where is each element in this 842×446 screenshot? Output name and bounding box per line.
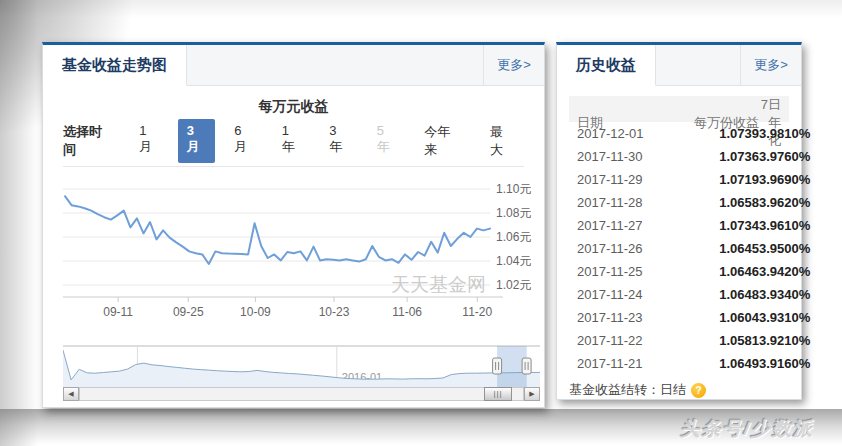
svg-text:10-23: 10-23 (319, 305, 350, 319)
left-tabbar: 基金收益走势图 更多> (43, 45, 544, 86)
table-row: 2017-11-221.05813.9210% (569, 329, 789, 352)
svg-text:1.06元: 1.06元 (496, 230, 531, 244)
table-row: 2017-11-231.06043.9310% (569, 306, 789, 329)
cell-date: 2017-11-30 (569, 149, 673, 164)
svg-text:10-09: 10-09 (240, 305, 271, 319)
table-row: 2017-11-241.06483.9340% (569, 283, 789, 306)
time-range-label: 选择时间 (63, 123, 114, 159)
cell-yield-per-10k: 1.0648 (673, 287, 759, 302)
svg-text:09-25: 09-25 (173, 305, 204, 319)
cell-yield-per-10k: 1.0581 (673, 333, 759, 348)
cell-yield-per-10k: 1.0736 (673, 149, 759, 164)
divider (63, 166, 524, 167)
right-tabbar: 历史收益 更多> (557, 45, 801, 86)
svg-text:1.10元: 1.10元 (496, 182, 531, 196)
cell-yield-per-10k: 1.0604 (673, 310, 759, 325)
cell-yield-per-10k: 1.0734 (673, 218, 759, 233)
tab-history-yield[interactable]: 历史收益 (557, 45, 656, 86)
navigator-left-handle[interactable] (493, 358, 502, 374)
right-more-link[interactable]: 更多> (740, 45, 801, 85)
history-yield-panel: 历史收益 更多> 日期 每万份收益 7日年化 2017-12-011.07393… (556, 42, 802, 400)
time-option-6月[interactable]: 6月 (225, 119, 263, 163)
svg-text:1.08元: 1.08元 (496, 206, 531, 220)
cell-7day-annualized: 3.9760% (759, 149, 818, 164)
scrollbar-thumb[interactable]: ||| (484, 387, 512, 401)
header-7day-annualized: 7日年化 (759, 96, 789, 150)
cell-7day-annualized: 3.9340% (759, 287, 818, 302)
table-row: 2017-11-281.06583.9620% (569, 191, 789, 214)
cell-7day-annualized: 3.9160% (759, 356, 818, 371)
navigator-right-handle[interactable] (522, 358, 531, 374)
time-option-最大[interactable]: 最大 (481, 119, 524, 163)
svg-text:09-11: 09-11 (103, 305, 133, 319)
page: 基金收益走势图 更多> 每万元收益 选择时间 1月3月6月1年3年5年今年来最大… (0, 0, 842, 446)
page-watermark: 头条号/少数派 (681, 416, 814, 442)
settlement-text: 基金收益结转：日结 (569, 381, 686, 399)
time-range-selector: 选择时间 1月3月6月1年3年5年今年来最大 (43, 128, 544, 154)
table-row: 2017-11-271.07343.9610% (569, 214, 789, 237)
chart-watermark: 天天基金网 (391, 274, 486, 295)
left-more-link[interactable]: 更多> (483, 45, 544, 85)
svg-text:11-06: 11-06 (392, 305, 422, 319)
svg-text:1.04元: 1.04元 (496, 254, 531, 268)
cell-date: 2017-11-22 (569, 333, 673, 348)
history-table: 日期 每万份收益 7日年化 2017-12-011.07393.9810%201… (569, 96, 789, 375)
cell-7day-annualized: 3.9210% (759, 333, 818, 348)
time-option-今年来[interactable]: 今年来 (415, 119, 471, 163)
cell-date: 2017-11-23 (569, 310, 673, 325)
tab-fund-yield-chart[interactable]: 基金收益走势图 (43, 45, 187, 86)
cell-7day-annualized: 3.9310% (759, 310, 818, 325)
time-option-3月[interactable]: 3月 (178, 119, 216, 163)
cell-yield-per-10k: 1.0658 (673, 195, 759, 210)
table-row: 2017-11-211.06493.9160% (569, 352, 789, 375)
table-row: 2017-11-291.07193.9690% (569, 168, 789, 191)
cell-date: 2017-11-21 (569, 356, 673, 371)
cell-7day-annualized: 3.9420% (759, 264, 818, 279)
cell-yield-per-10k: 1.0739 (673, 126, 759, 141)
svg-text:1.02元: 1.02元 (496, 278, 531, 292)
cell-7day-annualized: 3.9690% (759, 172, 818, 187)
cell-date: 2017-11-24 (569, 287, 673, 302)
yield-line-chart[interactable]: 1.10元1.08元1.06元1.04元1.02元天天基金网09-1109-25… (43, 173, 544, 321)
cell-date: 2017-11-26 (569, 241, 673, 256)
cell-yield-per-10k: 1.0649 (673, 356, 759, 371)
cell-yield-per-10k: 1.0646 (673, 264, 759, 279)
chart-title: 每万元收益 (43, 98, 544, 118)
cell-7day-annualized: 3.9810% (759, 126, 818, 141)
range-navigator-chart[interactable]: 2014-012016-01 (63, 345, 540, 387)
cell-yield-per-10k: 1.0645 (673, 241, 759, 256)
table-row: 2017-11-251.06463.9420% (569, 260, 789, 283)
yield-settlement-note: 基金收益结转：日结 ? (569, 381, 801, 399)
table-row: 2017-11-301.07363.9760% (569, 145, 789, 168)
scrollbar-right-arrow-icon[interactable]: ▶ (524, 387, 540, 401)
time-options: 1月3月6月1年3年5年今年来最大 (130, 119, 524, 163)
help-icon[interactable]: ? (691, 383, 706, 398)
navigator-scrollbar: ◀ ||| ▶ (63, 387, 540, 401)
cell-date: 2017-11-29 (569, 172, 673, 187)
history-table-body: 2017-12-011.07393.9810%2017-11-301.07363… (569, 122, 789, 375)
time-option-1年[interactable]: 1年 (273, 119, 311, 163)
table-row: 2017-11-261.06453.9500% (569, 237, 789, 260)
cell-7day-annualized: 3.9610% (759, 218, 818, 233)
svg-text:11-20: 11-20 (462, 305, 492, 319)
time-option-3年[interactable]: 3年 (320, 119, 358, 163)
cell-7day-annualized: 3.9620% (759, 195, 818, 210)
time-option-5年: 5年 (368, 119, 406, 163)
cell-date: 2017-11-27 (569, 218, 673, 233)
fund-yield-chart-panel: 基金收益走势图 更多> 每万元收益 选择时间 1月3月6月1年3年5年今年来最大… (42, 42, 545, 408)
cell-yield-per-10k: 1.0719 (673, 172, 759, 187)
table-row: 2017-12-011.07393.9810% (569, 122, 789, 145)
cell-date: 2017-11-28 (569, 195, 673, 210)
scrollbar-left-arrow-icon[interactable]: ◀ (63, 387, 79, 401)
history-table-header: 日期 每万份收益 7日年化 (569, 96, 789, 122)
time-option-1月[interactable]: 1月 (130, 119, 168, 163)
cell-date: 2017-12-01 (569, 126, 673, 141)
cell-date: 2017-11-25 (569, 264, 673, 279)
cell-7day-annualized: 3.9500% (759, 241, 818, 256)
scrollbar-track[interactable] (79, 387, 524, 401)
